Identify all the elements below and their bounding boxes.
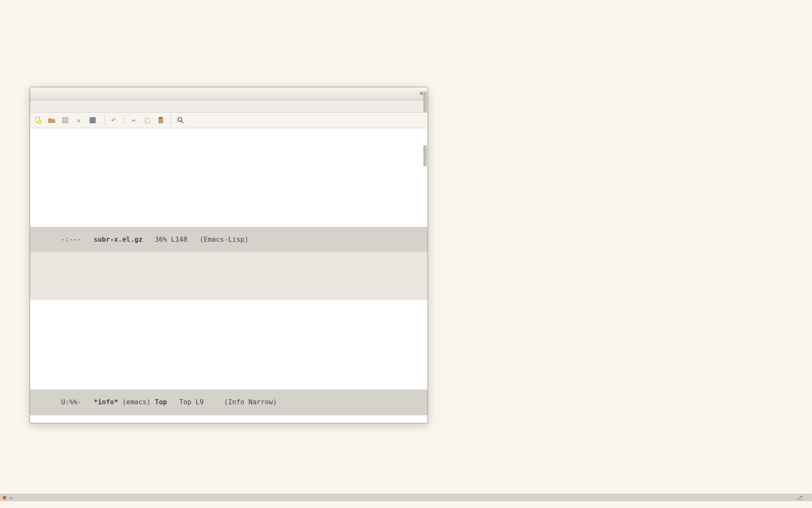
minibuffer[interactable] bbox=[30, 415, 428, 423]
open-icon[interactable] bbox=[46, 115, 57, 126]
svg-rect-1 bbox=[38, 120, 41, 123]
svg-rect-2 bbox=[63, 118, 68, 123]
editor-frame: × ✕ ↶ ✂ bbox=[0, 0, 812, 508]
cut-icon[interactable]: ✂ bbox=[128, 115, 139, 126]
svg-rect-7 bbox=[160, 117, 162, 119]
copy-icon[interactable] bbox=[142, 115, 153, 126]
modeline-lower: U:%%- *info* (emacs) Top Top L9 (Info Na… bbox=[30, 389, 428, 415]
svg-rect-3 bbox=[90, 118, 96, 123]
close-file-icon[interactable]: ✕ bbox=[73, 115, 84, 126]
svg-rect-5 bbox=[146, 119, 150, 123]
svg-point-8 bbox=[178, 118, 182, 121]
svg-line-9 bbox=[181, 121, 184, 123]
which-key-line bbox=[0, 501, 812, 508]
undo-button[interactable]: ↶ bbox=[109, 115, 119, 126]
menubar bbox=[30, 100, 428, 113]
toolbar-divider bbox=[123, 115, 124, 125]
new-file-icon[interactable] bbox=[33, 115, 44, 126]
paste-icon[interactable] bbox=[155, 115, 166, 126]
branch-icon: ⎇ bbox=[796, 494, 803, 501]
status-dot-icon bbox=[3, 496, 6, 500]
nav-back-icon[interactable]: ◀ bbox=[9, 494, 19, 501]
close-icon[interactable]: × bbox=[420, 90, 423, 97]
toolbar: ✕ ↶ ✂ bbox=[30, 113, 428, 128]
toolbar-divider bbox=[104, 115, 104, 125]
line-number bbox=[0, 210, 15, 216]
toolbar-divider bbox=[170, 115, 171, 125]
directory-icon[interactable] bbox=[60, 115, 71, 126]
buffer-name: subr-x.el.gz bbox=[94, 235, 143, 243]
code-pane-upper[interactable] bbox=[30, 128, 428, 227]
info-header bbox=[30, 252, 428, 300]
info-pane[interactable] bbox=[30, 300, 428, 389]
main-modeline: ◀ ⎇ bbox=[0, 494, 812, 501]
modeline-upper: -:--- subr-x.el.gz 36% L148 (Emacs-Lisp) bbox=[30, 227, 428, 252]
scrollbar[interactable] bbox=[423, 145, 427, 166]
save-button[interactable] bbox=[87, 115, 100, 126]
titlebar[interactable]: × bbox=[30, 87, 428, 100]
code-top-section bbox=[0, 0, 812, 1]
floating-emacs-window: × ✕ ↶ ✂ bbox=[30, 87, 428, 423]
search-icon[interactable] bbox=[175, 115, 186, 126]
